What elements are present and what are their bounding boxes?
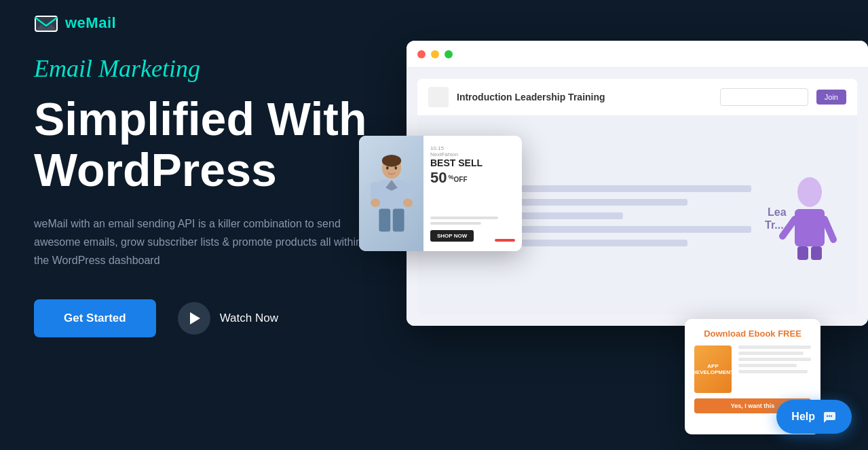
email-input-fake [720,88,808,106]
browser-bar [407,41,868,68]
email-illustration: Lea Tr... [762,172,844,260]
svg-text:Tr...: Tr... [765,219,784,231]
logo-icon [34,14,58,33]
product-image [359,136,423,251]
product-card: 10.15 NextFahion BEST SELL 50 %OFF SHO [359,136,522,251]
ebook-line [738,370,808,373]
ebook-line [738,352,804,355]
svg-point-2 [797,177,822,207]
svg-rect-18 [392,208,404,231]
svg-point-20 [386,166,389,169]
ebook-line [738,364,797,367]
ebook-cover: APP DEVELOPMENT [694,345,732,393]
watch-now-button[interactable]: Watch Now [178,302,278,335]
svg-text:Lea: Lea [768,206,787,218]
ebook-cover-line1: APP [707,363,718,369]
svg-point-24 [831,415,832,417]
ebook-desc [738,345,811,393]
svg-rect-3 [795,209,825,246]
hero-description: weMail with an email sending API is a ki… [34,214,366,270]
svg-rect-17 [379,208,390,231]
product-title: BEST SELL [430,157,515,169]
illustration-svg: Lea Tr... [762,172,844,260]
watch-label: Watch Now [220,312,278,325]
svg-rect-7 [811,246,822,260]
svg-rect-13 [371,181,380,200]
product-line [430,222,481,225]
product-discount: 50 %OFF [430,169,515,187]
help-button[interactable]: Help [776,400,852,434]
svg-point-23 [829,415,830,417]
email-join-button[interactable]: Join [816,90,846,105]
ebook-cover-line2: DEVELOPMENT [692,369,734,375]
play-icon[interactable] [178,302,210,335]
svg-point-21 [394,166,397,169]
window-dot-green [445,50,453,58]
product-lines [430,217,515,225]
logo-text: weMail [65,14,116,32]
preview-area: Introduction Leadership Training Join [359,41,868,434]
email-logo [428,87,449,107]
product-tag: 10.15 NextFahion [430,145,515,157]
header: weMail [0,0,868,46]
svg-rect-6 [797,246,808,260]
shop-now-button[interactable]: SHOP NOW [430,230,474,242]
svg-line-4 [782,219,795,236]
svg-point-19 [381,155,400,167]
window-dot-yellow [431,50,439,58]
product-info: 10.15 NextFahion BEST SELL 50 %OFF SHO [423,136,522,251]
svg-point-15 [371,198,380,206]
person-svg [368,155,415,233]
svg-point-16 [402,198,412,206]
email-header: Introduction Leadership Training Join [417,79,857,116]
ebook-title: Download Ebook FREE [694,329,811,339]
red-accent [495,239,515,242]
email-title: Introduction Leadership Training [457,92,712,102]
ebook-line [738,345,811,349]
svg-line-5 [825,219,833,240]
get-started-button[interactable]: Get Started [34,299,156,337]
svg-point-22 [827,415,828,417]
product-line [430,217,498,219]
chat-icon [822,409,837,424]
svg-rect-14 [402,181,412,200]
off-label: %OFF [448,174,467,183]
help-label: Help [791,411,815,423]
ebook-body: APP DEVELOPMENT [694,345,811,393]
window-dot-red [417,50,426,58]
logo[interactable]: weMail [34,14,116,33]
ebook-line [738,358,811,361]
